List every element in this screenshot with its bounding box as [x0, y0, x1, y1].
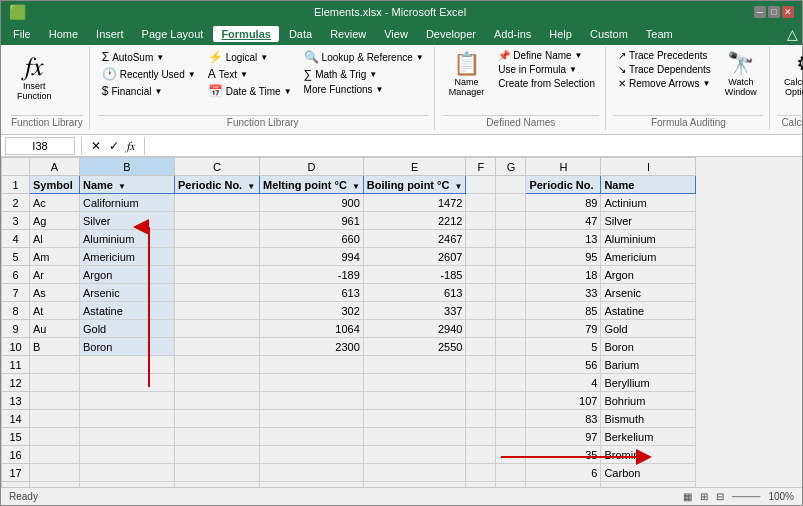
zoom-slider[interactable]: ────	[732, 491, 760, 502]
cancel-icon[interactable]: ✕	[88, 138, 104, 154]
cell-H12[interactable]: 4	[526, 374, 601, 392]
close-button[interactable]: ✕	[782, 6, 794, 18]
cell-C9[interactable]	[175, 320, 260, 338]
filter-btn-B1[interactable]: ▼	[118, 182, 126, 191]
cell-H16[interactable]: 35	[526, 446, 601, 464]
cell-G6[interactable]	[496, 266, 526, 284]
cell-E5[interactable]: 2607	[363, 248, 466, 266]
cell-G17[interactable]	[496, 464, 526, 482]
cell-I4[interactable]: Aluminium	[601, 230, 696, 248]
cell-C2[interactable]	[175, 194, 260, 212]
trace-precedents-button[interactable]: ↗ Trace Precedents	[614, 49, 715, 62]
cell-F15[interactable]	[466, 428, 496, 446]
cell-F17[interactable]	[466, 464, 496, 482]
col-header-G[interactable]: G	[496, 158, 526, 176]
cell-H2[interactable]: 89	[526, 194, 601, 212]
cell-G7[interactable]	[496, 284, 526, 302]
cell-E4[interactable]: 2467	[363, 230, 466, 248]
logical-button[interactable]: ⚡ Logical ▼	[204, 49, 296, 65]
cell-C8[interactable]	[175, 302, 260, 320]
cell-D11[interactable]	[260, 356, 364, 374]
cell-C14[interactable]	[175, 410, 260, 428]
use-in-formula-button[interactable]: Use in Formula ▼	[494, 63, 599, 76]
cell-B8[interactable]: Astatine	[80, 302, 175, 320]
cell-G14[interactable]	[496, 410, 526, 428]
menu-team[interactable]: Team	[638, 26, 681, 42]
cell-H5[interactable]: 95	[526, 248, 601, 266]
cell-E1[interactable]: Boiling point °C ▼	[363, 176, 466, 194]
cell-E12[interactable]	[363, 374, 466, 392]
cell-G16[interactable]	[496, 446, 526, 464]
cell-I16[interactable]: Bromine	[601, 446, 696, 464]
cell-I9[interactable]: Gold	[601, 320, 696, 338]
cell-C12[interactable]	[175, 374, 260, 392]
trace-dependents-button[interactable]: ↘ Trace Dependents	[614, 63, 715, 76]
menu-file[interactable]: File	[5, 26, 39, 42]
text-button[interactable]: A Text ▼	[204, 66, 296, 82]
cell-E17[interactable]	[363, 464, 466, 482]
cell-C4[interactable]	[175, 230, 260, 248]
calculation-options-button[interactable]: ⚙ CalculationOptions ▼	[778, 49, 803, 101]
filter-btn-E1[interactable]: ▼	[454, 182, 462, 191]
cell-E8[interactable]: 337	[363, 302, 466, 320]
cell-A12[interactable]	[30, 374, 80, 392]
cell-I1[interactable]: Name	[601, 176, 696, 194]
lookup-reference-button[interactable]: 🔍 Lookup & Reference ▼	[300, 49, 428, 65]
cell-F3[interactable]	[466, 212, 496, 230]
cell-E16[interactable]	[363, 446, 466, 464]
cell-A10[interactable]: B	[30, 338, 80, 356]
cell-A18[interactable]	[30, 482, 80, 488]
col-header-A[interactable]: A	[30, 158, 80, 176]
menu-formulas[interactable]: Formulas	[213, 26, 279, 42]
cell-A11[interactable]	[30, 356, 80, 374]
cell-E3[interactable]: 2212	[363, 212, 466, 230]
maximize-button[interactable]: □	[768, 6, 780, 18]
cell-C7[interactable]	[175, 284, 260, 302]
cell-A9[interactable]: Au	[30, 320, 80, 338]
cell-A17[interactable]	[30, 464, 80, 482]
cell-I17[interactable]: Carbon	[601, 464, 696, 482]
cell-E13[interactable]	[363, 392, 466, 410]
math-trig-button[interactable]: ∑ Math & Trig ▼	[300, 66, 428, 82]
cell-D5[interactable]: 994	[260, 248, 364, 266]
cell-G18[interactable]	[496, 482, 526, 488]
cell-C16[interactable]	[175, 446, 260, 464]
cell-H18[interactable]: 20	[526, 482, 601, 488]
cell-D16[interactable]	[260, 446, 364, 464]
cell-B4[interactable]: Aluminium	[80, 230, 175, 248]
view-normal-icon[interactable]: ▦	[683, 491, 692, 502]
cell-F4[interactable]	[466, 230, 496, 248]
cell-A15[interactable]	[30, 428, 80, 446]
insert-function-formula-icon[interactable]: 𝑓𝑥	[124, 138, 138, 154]
cell-I10[interactable]: Boron	[601, 338, 696, 356]
remove-arrows-button[interactable]: ✕ Remove Arrows ▼	[614, 77, 715, 90]
col-header-E[interactable]: E	[363, 158, 466, 176]
menu-home[interactable]: Home	[41, 26, 86, 42]
cell-A3[interactable]: Ag	[30, 212, 80, 230]
cell-C10[interactable]	[175, 338, 260, 356]
cell-F2[interactable]	[466, 194, 496, 212]
sheet-container[interactable]: A B C D E F G H I 1 Symbol	[1, 157, 802, 487]
cell-F11[interactable]	[466, 356, 496, 374]
cell-H17[interactable]: 6	[526, 464, 601, 482]
formula-input[interactable]	[151, 137, 798, 155]
cell-F13[interactable]	[466, 392, 496, 410]
cell-B18[interactable]	[80, 482, 175, 488]
create-from-selection-button[interactable]: Create from Selection	[494, 77, 599, 90]
cell-E6[interactable]: -185	[363, 266, 466, 284]
cell-H15[interactable]: 97	[526, 428, 601, 446]
cell-D4[interactable]: 660	[260, 230, 364, 248]
cell-F6[interactable]	[466, 266, 496, 284]
cell-G1[interactable]	[496, 176, 526, 194]
cell-D1[interactable]: Melting point °C ▼	[260, 176, 364, 194]
cell-H10[interactable]: 5	[526, 338, 601, 356]
cell-G4[interactable]	[496, 230, 526, 248]
view-page-icon[interactable]: ⊟	[716, 491, 724, 502]
cell-B7[interactable]: Arsenic	[80, 284, 175, 302]
menu-page-layout[interactable]: Page Layout	[134, 26, 212, 42]
cell-H11[interactable]: 56	[526, 356, 601, 374]
cell-A16[interactable]	[30, 446, 80, 464]
confirm-icon[interactable]: ✓	[106, 138, 122, 154]
cell-F16[interactable]	[466, 446, 496, 464]
cell-H1[interactable]: Periodic No.	[526, 176, 601, 194]
